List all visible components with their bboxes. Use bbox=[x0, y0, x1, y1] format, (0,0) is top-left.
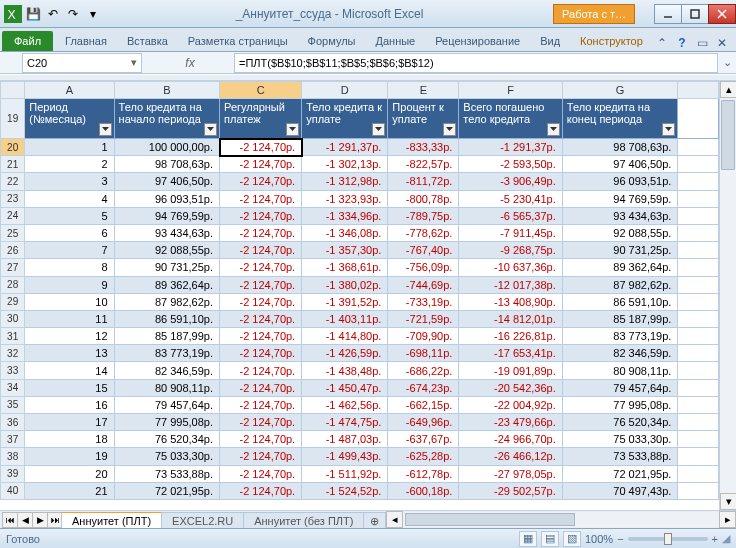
cell-G39[interactable]: 72 021,95р. bbox=[562, 465, 678, 482]
cell-D35[interactable]: -1 462,56р. bbox=[302, 396, 388, 413]
cell-B31[interactable]: 85 187,99р. bbox=[114, 328, 219, 345]
row-header[interactable]: 34 bbox=[1, 379, 25, 396]
ribbon-tab-6[interactable]: Вид bbox=[530, 31, 570, 51]
redo-icon[interactable]: ↷ bbox=[64, 5, 82, 23]
cell-G21[interactable]: 97 406,50р. bbox=[562, 156, 678, 173]
cell-B25[interactable]: 93 434,63р. bbox=[114, 224, 219, 241]
file-tab[interactable]: Файл bbox=[2, 31, 53, 51]
cell-C20[interactable]: -2 124,70р. bbox=[220, 139, 302, 156]
cell-G23[interactable]: 94 769,59р. bbox=[562, 190, 678, 207]
cell-F33[interactable]: -19 091,89р. bbox=[459, 362, 562, 379]
scroll-up-icon[interactable]: ▴ bbox=[720, 81, 736, 98]
cell-A31[interactable]: 12 bbox=[25, 328, 114, 345]
cell-C24[interactable]: -2 124,70р. bbox=[220, 207, 302, 224]
cell-E31[interactable]: -709,90р. bbox=[388, 328, 459, 345]
cell-B23[interactable]: 96 093,51р. bbox=[114, 190, 219, 207]
cell-D21[interactable]: -1 302,13р. bbox=[302, 156, 388, 173]
cell-A34[interactable]: 15 bbox=[25, 379, 114, 396]
cell-E26[interactable]: -767,40р. bbox=[388, 242, 459, 259]
ribbon-tab-2[interactable]: Разметка страницы bbox=[178, 31, 298, 51]
zoom-value[interactable]: 100% bbox=[585, 533, 613, 545]
cell-E34[interactable]: -674,23р. bbox=[388, 379, 459, 396]
cell-C29[interactable]: -2 124,70р. bbox=[220, 293, 302, 310]
cell-A26[interactable]: 7 bbox=[25, 242, 114, 259]
resize-grip-icon[interactable]: ◢ bbox=[722, 532, 730, 545]
row-header[interactable]: 40 bbox=[1, 482, 25, 499]
cell-C38[interactable]: -2 124,70р. bbox=[220, 448, 302, 465]
cell-A22[interactable]: 3 bbox=[25, 173, 114, 190]
cell-F24[interactable]: -6 565,37р. bbox=[459, 207, 562, 224]
maximize-button[interactable] bbox=[681, 4, 709, 24]
cell-E20[interactable]: -833,33р. bbox=[388, 139, 459, 156]
cell-C28[interactable]: -2 124,70р. bbox=[220, 276, 302, 293]
column-header-F[interactable]: F bbox=[459, 82, 562, 99]
cell-D28[interactable]: -1 380,02р. bbox=[302, 276, 388, 293]
cell-D22[interactable]: -1 312,98р. bbox=[302, 173, 388, 190]
cell-F27[interactable]: -10 637,36р. bbox=[459, 259, 562, 276]
cell-B20[interactable]: 100 000,00р. bbox=[114, 139, 219, 156]
scroll-down-icon[interactable]: ▾ bbox=[720, 493, 736, 510]
cell-B40[interactable]: 72 021,95р. bbox=[114, 482, 219, 499]
cell-G31[interactable]: 83 773,19р. bbox=[562, 328, 678, 345]
grid-table[interactable]: ABCDEFG 19Период (№месяца)Тело кредита н… bbox=[0, 81, 719, 500]
cell-A30[interactable]: 11 bbox=[25, 310, 114, 327]
ribbon-tab-7[interactable]: Конструктор bbox=[570, 31, 653, 51]
row-header[interactable]: 19 bbox=[1, 99, 25, 139]
cell-E33[interactable]: -686,22р. bbox=[388, 362, 459, 379]
ribbon-tab-5[interactable]: Рецензирование bbox=[425, 31, 530, 51]
cell-E28[interactable]: -744,69р. bbox=[388, 276, 459, 293]
cell-E32[interactable]: -698,11р. bbox=[388, 345, 459, 362]
close-button[interactable] bbox=[708, 4, 736, 24]
scroll-left-icon[interactable]: ◂ bbox=[386, 511, 403, 528]
row-header[interactable]: 32 bbox=[1, 345, 25, 362]
cell-G30[interactable]: 85 187,99р. bbox=[562, 310, 678, 327]
cell-D36[interactable]: -1 474,75р. bbox=[302, 414, 388, 431]
cell-A38[interactable]: 19 bbox=[25, 448, 114, 465]
cell-G24[interactable]: 93 434,63р. bbox=[562, 207, 678, 224]
zoom-thumb[interactable] bbox=[664, 533, 672, 545]
cell-C37[interactable]: -2 124,70р. bbox=[220, 431, 302, 448]
sheet-nav-next-icon[interactable]: ▶ bbox=[32, 512, 48, 528]
filter-icon[interactable] bbox=[547, 123, 560, 136]
cell-A36[interactable]: 17 bbox=[25, 414, 114, 431]
filter-icon[interactable] bbox=[443, 123, 456, 136]
namebox-dropdown-icon[interactable]: ▾ bbox=[131, 56, 137, 69]
cell-E27[interactable]: -756,09р. bbox=[388, 259, 459, 276]
horizontal-scrollbar[interactable]: ◂ ▸ bbox=[386, 511, 736, 528]
cell-G36[interactable]: 76 520,34р. bbox=[562, 414, 678, 431]
cell-G34[interactable]: 79 457,64р. bbox=[562, 379, 678, 396]
cell-G37[interactable]: 75 033,30р. bbox=[562, 431, 678, 448]
column-header-D[interactable]: D bbox=[302, 82, 388, 99]
zoom-out-icon[interactable]: − bbox=[617, 533, 623, 545]
cell-B37[interactable]: 76 520,34р. bbox=[114, 431, 219, 448]
row-header[interactable]: 20 bbox=[1, 139, 25, 156]
cell-C27[interactable]: -2 124,70р. bbox=[220, 259, 302, 276]
row-header[interactable]: 22 bbox=[1, 173, 25, 190]
cell-B32[interactable]: 83 773,19р. bbox=[114, 345, 219, 362]
cell-A23[interactable]: 4 bbox=[25, 190, 114, 207]
cell-C31[interactable]: -2 124,70р. bbox=[220, 328, 302, 345]
row-header[interactable]: 21 bbox=[1, 156, 25, 173]
cell-F34[interactable]: -20 542,36р. bbox=[459, 379, 562, 396]
cell-C23[interactable]: -2 124,70р. bbox=[220, 190, 302, 207]
row-header[interactable]: 23 bbox=[1, 190, 25, 207]
cell-E24[interactable]: -789,75р. bbox=[388, 207, 459, 224]
cell-E35[interactable]: -662,15р. bbox=[388, 396, 459, 413]
column-header-C[interactable]: C bbox=[220, 82, 302, 99]
cell-F35[interactable]: -22 004,92р. bbox=[459, 396, 562, 413]
filter-icon[interactable] bbox=[286, 123, 299, 136]
save-icon[interactable]: 💾 bbox=[24, 5, 42, 23]
cell-C32[interactable]: -2 124,70р. bbox=[220, 345, 302, 362]
cell-G32[interactable]: 82 346,59р. bbox=[562, 345, 678, 362]
cell-F23[interactable]: -5 230,41р. bbox=[459, 190, 562, 207]
cell-B29[interactable]: 87 982,62р. bbox=[114, 293, 219, 310]
filter-icon[interactable] bbox=[372, 123, 385, 136]
cell-D24[interactable]: -1 334,96р. bbox=[302, 207, 388, 224]
minimize-button[interactable] bbox=[654, 4, 682, 24]
cell-D40[interactable]: -1 524,52р. bbox=[302, 482, 388, 499]
row-header[interactable]: 38 bbox=[1, 448, 25, 465]
cell-A39[interactable]: 20 bbox=[25, 465, 114, 482]
cell-D27[interactable]: -1 368,61р. bbox=[302, 259, 388, 276]
cell-C40[interactable]: -2 124,70р. bbox=[220, 482, 302, 499]
cell-E30[interactable]: -721,59р. bbox=[388, 310, 459, 327]
